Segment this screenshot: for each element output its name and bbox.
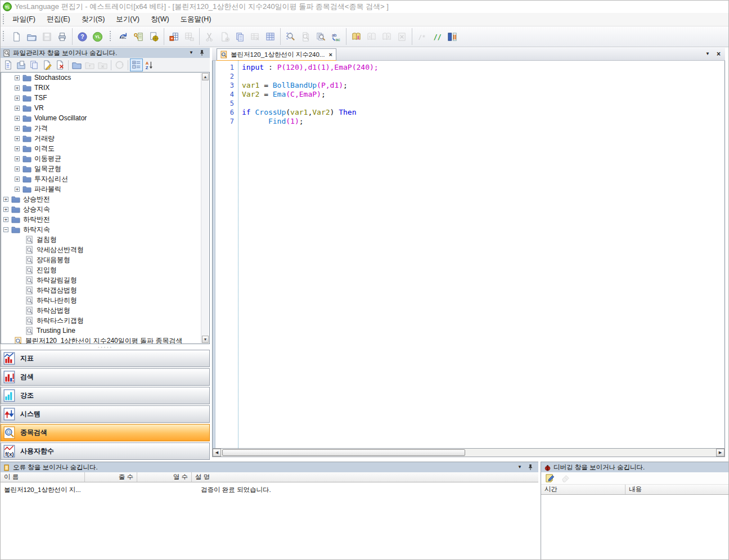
expand-plus-icon[interactable]: + xyxy=(3,197,8,202)
tab-list-dropdown-icon[interactable]: ▼ xyxy=(705,52,710,56)
tree-item[interactable]: +거래량 xyxy=(1,133,209,143)
tree-item[interactable]: 하락갈림길형 xyxy=(1,275,209,285)
expand-plus-icon[interactable]: + xyxy=(15,136,20,141)
tree-item[interactable]: 장대음봉형 xyxy=(1,255,209,265)
error-row[interactable]: 볼린저120_1상한선이 지...검증이 완료 되었습니다. xyxy=(1,485,538,495)
expand-plus-icon[interactable]: + xyxy=(15,177,20,182)
tree-item[interactable]: +파라볼릭 xyxy=(1,184,209,194)
expand-plus-icon[interactable]: + xyxy=(15,156,20,161)
rename-item-icon[interactable] xyxy=(40,58,53,71)
menu-item-5[interactable]: 도움말(H) xyxy=(175,13,217,26)
find-in-pages-icon[interactable] xyxy=(313,29,328,44)
tree-item[interactable]: +상승지속 xyxy=(1,204,209,214)
scrollbar-thumb[interactable] xyxy=(222,449,465,456)
error-column-header[interactable]: 열 수 xyxy=(137,472,192,482)
expand-plus-icon[interactable]: + xyxy=(3,217,8,222)
menu-item-4[interactable]: 창(W) xyxy=(145,13,175,26)
folder-blue-icon[interactable] xyxy=(70,58,83,71)
expand-plus-icon[interactable]: + xyxy=(15,126,20,131)
line-comment-icon[interactable]: // xyxy=(430,29,445,44)
panel-splitter[interactable]: ····· xyxy=(1,344,210,350)
tree-item[interactable]: +TRIX xyxy=(1,83,209,93)
tree-item[interactable]: +이격도 xyxy=(1,143,209,153)
code-area[interactable]: 1input : P(120),d1(1),EmaP(240);23var1 =… xyxy=(212,61,725,448)
category-검색[interactable]: 검색 xyxy=(1,368,210,386)
expand-plus-icon[interactable]: + xyxy=(15,146,20,151)
tree-item[interactable]: +Stochastocs xyxy=(1,73,209,83)
tree-item[interactable]: −하락지속 xyxy=(1,224,209,234)
tree-item[interactable]: 약세삼선반격형 xyxy=(1,245,209,255)
new-document-icon[interactable] xyxy=(9,29,24,44)
toolbar-grip[interactable] xyxy=(109,31,112,42)
scroll-left-icon[interactable]: ◀ xyxy=(213,449,221,457)
function-book-icon[interactable] xyxy=(349,29,364,44)
expand-plus-icon[interactable]: + xyxy=(15,166,20,171)
error-column-header[interactable]: 이 름 xyxy=(1,472,85,482)
open-folder-icon[interactable] xyxy=(24,29,39,44)
debug-column-header[interactable]: 시간 xyxy=(541,485,626,494)
category-종목검색[interactable]: 종목검색 xyxy=(1,424,210,441)
tree-item[interactable]: +TSF xyxy=(1,93,209,103)
menu-item-0[interactable]: 파일(F) xyxy=(7,13,41,26)
horizontal-scrollbar[interactable]: ◀ ▶ xyxy=(212,448,725,457)
verify-key-icon[interactable] xyxy=(131,29,146,44)
spell-check-abc-icon[interactable]: ABC xyxy=(116,29,131,44)
expand-plus-icon[interactable]: + xyxy=(15,187,20,192)
import-table-icon[interactable] xyxy=(166,29,182,44)
debug-column-header[interactable]: 내용 xyxy=(626,485,729,494)
tree-item[interactable]: +가격 xyxy=(1,123,209,133)
tree-item[interactable]: +상승반전 xyxy=(1,194,209,204)
detail-view-icon[interactable] xyxy=(130,58,143,71)
category-지표[interactable]: 지표 xyxy=(1,350,210,367)
sort-az-icon[interactable]: AZ xyxy=(143,58,156,71)
replace-text-icon[interactable]: abac xyxy=(328,29,344,44)
expand-plus-icon[interactable]: + xyxy=(15,96,20,101)
expand-plus-icon[interactable]: + xyxy=(15,75,20,80)
error-panel-header[interactable]: 오류 창을 보이거나 숨깁니다. ▼ xyxy=(1,462,538,472)
tree-item[interactable]: 걸침형 xyxy=(1,234,209,245)
tree-item[interactable]: 하락나란히형 xyxy=(1,295,209,305)
tree-item[interactable]: +투자심리선 xyxy=(1,174,209,184)
expand-plus-icon[interactable]: + xyxy=(15,106,20,111)
pin-icon[interactable] xyxy=(528,464,533,471)
delete-item-icon[interactable] xyxy=(53,58,66,71)
dropdown-icon[interactable]: ▼ xyxy=(189,51,194,55)
grid-table-icon[interactable] xyxy=(263,29,278,44)
note-edit-icon[interactable] xyxy=(543,472,556,485)
category-시스템[interactable]: 시스템 xyxy=(1,405,210,423)
category-강조[interactable]: 강조 xyxy=(1,387,210,404)
tree-item[interactable]: Trusting Line xyxy=(1,326,209,336)
tree-scrollbar[interactable]: ▲ ▼ xyxy=(201,73,209,343)
editor-tab-active[interactable]: 볼린저120_1상한선이 지수240... × xyxy=(217,48,336,60)
tree-item[interactable]: 하락타스키갭형 xyxy=(1,315,209,326)
tree-item[interactable]: 하락삼법형 xyxy=(1,305,209,315)
error-column-header[interactable]: 설 명 xyxy=(192,472,538,482)
scroll-down-icon[interactable]: ▼ xyxy=(202,336,209,343)
tab-close-icon[interactable]: × xyxy=(329,51,332,58)
compile-gear-icon[interactable] xyxy=(146,29,161,44)
editor-close-icon[interactable]: × xyxy=(717,51,721,57)
tree-item[interactable]: +하락반전 xyxy=(1,214,209,224)
new-folder-item-icon[interactable] xyxy=(15,58,28,71)
tree-item[interactable]: +일목균형 xyxy=(1,164,209,174)
scroll-right-icon[interactable]: ▶ xyxy=(716,449,724,457)
zoom-select-icon[interactable] xyxy=(283,29,298,44)
scroll-up-icon[interactable]: ▲ xyxy=(202,73,209,80)
yeslanguage-logo-icon[interactable]: YL xyxy=(90,29,105,44)
copy-pages-icon[interactable] xyxy=(232,29,248,44)
category-사용자함수[interactable]: f(x)사용자함수 xyxy=(1,442,210,460)
tree-item[interactable]: 진입형 xyxy=(1,265,209,275)
collapse-minus-icon[interactable]: − xyxy=(3,227,8,232)
new-item-icon[interactable] xyxy=(2,58,15,71)
file-manager-header[interactable]: 파일관리자 창을 보이거나 숨깁니다. ▼ xyxy=(1,48,210,58)
debug-panel-header[interactable]: 디버깅 창을 보이거나 숨깁니다. xyxy=(541,462,729,472)
tools-options-icon[interactable] xyxy=(445,29,460,44)
menu-item-2[interactable]: 찾기(S) xyxy=(76,13,111,26)
copy-item-icon[interactable] xyxy=(28,58,40,71)
toolbar-grip[interactable] xyxy=(2,14,5,25)
toolbar-grip[interactable] xyxy=(2,31,5,42)
tree-item[interactable]: +이동평균 xyxy=(1,153,209,164)
expand-plus-icon[interactable]: + xyxy=(15,116,20,121)
tree-item[interactable]: 하락갭삼법형 xyxy=(1,285,209,295)
pin-icon[interactable] xyxy=(199,49,205,56)
